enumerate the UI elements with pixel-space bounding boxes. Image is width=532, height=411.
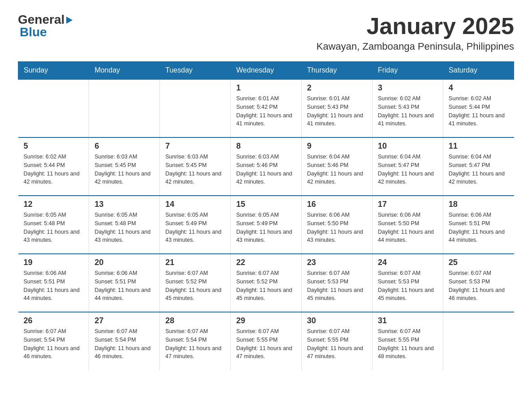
day-info: Sunrise: 6:06 AM Sunset: 5:50 PM Dayligh… <box>378 211 438 244</box>
title-section: January 2025 Kawayan, Zamboanga Peninsul… <box>316 13 514 52</box>
calendar-table: SundayMondayTuesdayWednesdayThursdayFrid… <box>18 61 514 370</box>
day-number: 12 <box>24 200 84 209</box>
day-number: 2 <box>307 83 367 93</box>
calendar-day-cell: 29Sunrise: 6:07 AM Sunset: 5:55 PM Dayli… <box>231 312 301 370</box>
day-number: 28 <box>165 316 225 325</box>
day-number: 3 <box>378 83 438 93</box>
day-info: Sunrise: 6:07 AM Sunset: 5:54 PM Dayligh… <box>24 327 84 361</box>
calendar-day-cell: 9Sunrise: 6:04 AM Sunset: 5:46 PM Daylig… <box>301 137 372 196</box>
calendar-day-cell: 5Sunrise: 6:02 AM Sunset: 5:44 PM Daylig… <box>18 137 89 196</box>
calendar-day-cell: 11Sunrise: 6:04 AM Sunset: 5:47 PM Dayli… <box>443 137 514 196</box>
calendar-day-cell: 31Sunrise: 6:07 AM Sunset: 5:55 PM Dayli… <box>372 312 443 370</box>
day-number: 9 <box>307 141 367 151</box>
calendar-day-cell: 30Sunrise: 6:07 AM Sunset: 5:55 PM Dayli… <box>301 312 372 370</box>
calendar-day-cell: 23Sunrise: 6:07 AM Sunset: 5:53 PM Dayli… <box>301 254 372 312</box>
day-info: Sunrise: 6:07 AM Sunset: 5:54 PM Dayligh… <box>94 327 154 361</box>
logo: General Blue <box>18 13 73 39</box>
day-number: 23 <box>307 258 367 267</box>
day-info: Sunrise: 6:07 AM Sunset: 5:54 PM Dayligh… <box>165 327 225 361</box>
day-info: Sunrise: 6:05 AM Sunset: 5:49 PM Dayligh… <box>165 211 225 244</box>
calendar-day-header: Monday <box>89 62 160 80</box>
calendar-day-cell: 25Sunrise: 6:07 AM Sunset: 5:53 PM Dayli… <box>443 254 514 312</box>
day-number: 26 <box>24 316 84 325</box>
day-info: Sunrise: 6:03 AM Sunset: 5:45 PM Dayligh… <box>94 153 154 186</box>
day-number: 6 <box>94 141 154 151</box>
day-number: 24 <box>378 258 438 267</box>
day-info: Sunrise: 6:04 AM Sunset: 5:47 PM Dayligh… <box>449 153 509 186</box>
day-info: Sunrise: 6:06 AM Sunset: 5:51 PM Dayligh… <box>94 269 154 303</box>
day-info: Sunrise: 6:06 AM Sunset: 5:50 PM Dayligh… <box>307 211 367 244</box>
day-info: Sunrise: 6:07 AM Sunset: 5:55 PM Dayligh… <box>307 327 367 361</box>
calendar-day-header: Tuesday <box>160 62 231 80</box>
calendar-day-cell: 10Sunrise: 6:04 AM Sunset: 5:47 PM Dayli… <box>372 137 443 196</box>
calendar-day-cell: 22Sunrise: 6:07 AM Sunset: 5:52 PM Dayli… <box>231 254 301 312</box>
calendar-week-row: 12Sunrise: 6:05 AM Sunset: 5:48 PM Dayli… <box>18 196 514 254</box>
logo-blue-text: Blue <box>20 26 73 39</box>
day-number: 21 <box>165 258 225 267</box>
day-number: 17 <box>378 200 438 209</box>
day-info: Sunrise: 6:07 AM Sunset: 5:52 PM Dayligh… <box>165 269 225 303</box>
day-number: 10 <box>378 141 438 151</box>
day-number: 18 <box>449 200 509 209</box>
day-info: Sunrise: 6:07 AM Sunset: 5:52 PM Dayligh… <box>236 269 296 303</box>
calendar-week-row: 19Sunrise: 6:06 AM Sunset: 5:51 PM Dayli… <box>18 254 514 312</box>
calendar-day-cell: 28Sunrise: 6:07 AM Sunset: 5:54 PM Dayli… <box>160 312 231 370</box>
calendar-day-header: Friday <box>372 62 443 80</box>
day-number: 7 <box>165 141 225 151</box>
day-number: 11 <box>449 141 509 151</box>
day-info: Sunrise: 6:07 AM Sunset: 5:55 PM Dayligh… <box>236 327 296 361</box>
calendar-day-cell: 3Sunrise: 6:02 AM Sunset: 5:43 PM Daylig… <box>372 79 443 137</box>
calendar-day-cell: 2Sunrise: 6:01 AM Sunset: 5:43 PM Daylig… <box>301 79 372 137</box>
page-title: January 2025 <box>316 13 514 39</box>
day-info: Sunrise: 6:01 AM Sunset: 5:42 PM Dayligh… <box>236 94 296 128</box>
day-number: 22 <box>236 258 296 267</box>
calendar-day-cell <box>443 312 514 370</box>
day-info: Sunrise: 6:05 AM Sunset: 5:49 PM Dayligh… <box>236 211 296 244</box>
day-number: 25 <box>449 258 509 267</box>
calendar-day-header: Sunday <box>18 62 89 80</box>
day-number: 8 <box>236 141 296 151</box>
calendar-day-cell: 16Sunrise: 6:06 AM Sunset: 5:50 PM Dayli… <box>301 196 372 254</box>
day-info: Sunrise: 6:03 AM Sunset: 5:46 PM Dayligh… <box>236 153 296 186</box>
day-info: Sunrise: 6:07 AM Sunset: 5:55 PM Dayligh… <box>378 327 438 361</box>
calendar-day-cell: 14Sunrise: 6:05 AM Sunset: 5:49 PM Dayli… <box>160 196 231 254</box>
day-number: 5 <box>24 141 84 151</box>
day-info: Sunrise: 6:05 AM Sunset: 5:48 PM Dayligh… <box>94 211 154 244</box>
calendar-day-cell: 12Sunrise: 6:05 AM Sunset: 5:48 PM Dayli… <box>18 196 89 254</box>
day-number: 30 <box>307 316 367 325</box>
calendar-day-header: Thursday <box>301 62 372 80</box>
day-info: Sunrise: 6:07 AM Sunset: 5:53 PM Dayligh… <box>449 269 509 303</box>
day-number: 29 <box>236 316 296 325</box>
day-number: 1 <box>236 83 296 93</box>
calendar-day-cell: 7Sunrise: 6:03 AM Sunset: 5:45 PM Daylig… <box>160 137 231 196</box>
day-info: Sunrise: 6:06 AM Sunset: 5:51 PM Dayligh… <box>24 269 84 303</box>
calendar-header-row: SundayMondayTuesdayWednesdayThursdayFrid… <box>18 62 514 80</box>
calendar-day-header: Saturday <box>443 62 514 80</box>
calendar-week-row: 1Sunrise: 6:01 AM Sunset: 5:42 PM Daylig… <box>18 79 514 137</box>
calendar-day-cell: 21Sunrise: 6:07 AM Sunset: 5:52 PM Dayli… <box>160 254 231 312</box>
calendar-day-cell <box>89 79 160 137</box>
calendar-day-cell: 24Sunrise: 6:07 AM Sunset: 5:53 PM Dayli… <box>372 254 443 312</box>
day-info: Sunrise: 6:04 AM Sunset: 5:47 PM Dayligh… <box>378 153 438 186</box>
day-info: Sunrise: 6:07 AM Sunset: 5:53 PM Dayligh… <box>378 269 438 303</box>
day-number: 27 <box>94 316 154 325</box>
day-number: 13 <box>94 200 154 209</box>
calendar-day-cell: 13Sunrise: 6:05 AM Sunset: 5:48 PM Dayli… <box>89 196 160 254</box>
calendar-day-cell: 17Sunrise: 6:06 AM Sunset: 5:50 PM Dayli… <box>372 196 443 254</box>
day-info: Sunrise: 6:02 AM Sunset: 5:44 PM Dayligh… <box>24 153 84 186</box>
day-number: 4 <box>449 83 509 93</box>
day-info: Sunrise: 6:02 AM Sunset: 5:43 PM Dayligh… <box>378 94 438 128</box>
calendar-day-cell: 8Sunrise: 6:03 AM Sunset: 5:46 PM Daylig… <box>231 137 301 196</box>
calendar-day-cell <box>160 79 231 137</box>
calendar-day-cell <box>18 79 89 137</box>
calendar-day-cell: 4Sunrise: 6:02 AM Sunset: 5:44 PM Daylig… <box>443 79 514 137</box>
logo-general-text: General <box>18 13 64 26</box>
calendar-week-row: 26Sunrise: 6:07 AM Sunset: 5:54 PM Dayli… <box>18 312 514 370</box>
day-number: 19 <box>24 258 84 267</box>
day-info: Sunrise: 6:03 AM Sunset: 5:45 PM Dayligh… <box>165 153 225 186</box>
calendar-day-cell: 6Sunrise: 6:03 AM Sunset: 5:45 PM Daylig… <box>89 137 160 196</box>
calendar-day-header: Wednesday <box>231 62 301 80</box>
calendar-day-cell: 1Sunrise: 6:01 AM Sunset: 5:42 PM Daylig… <box>231 79 301 137</box>
day-number: 20 <box>94 258 154 267</box>
calendar-day-cell: 26Sunrise: 6:07 AM Sunset: 5:54 PM Dayli… <box>18 312 89 370</box>
